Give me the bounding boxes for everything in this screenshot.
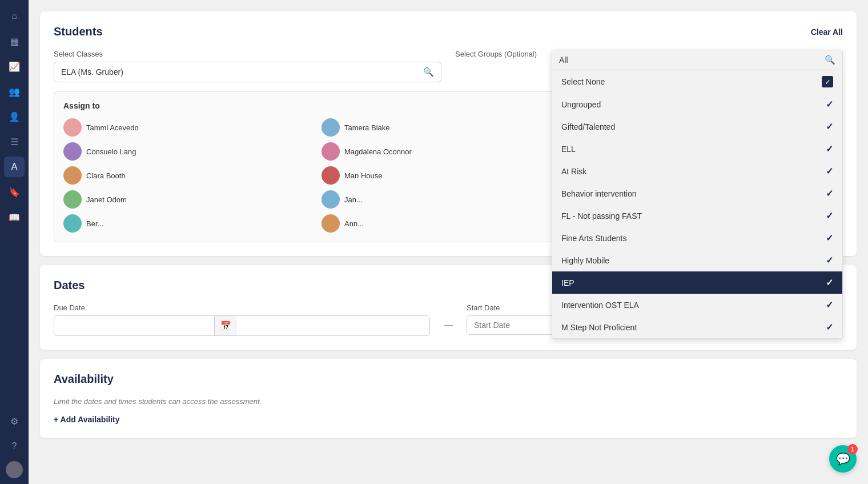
avatar-janet [63,190,82,209]
students-title: Students [54,25,103,38]
student-name-tamera: Tamera Blake [344,123,389,132]
due-date-input-wrap: 📅 [54,315,430,336]
behavior-check-icon: ✓ [826,188,833,199]
student-tamera[interactable]: Tamera Blake [322,118,575,137]
student-name-tammi: Tammi Acevedo [86,123,139,132]
settings-icon[interactable]: ⚙ [4,411,25,431]
group-item-fl-fast[interactable]: FL - Not passing FAST ✓ [552,205,842,227]
gifted-check-icon: ✓ [826,121,833,132]
avatar-ber [63,214,82,233]
select-none-checkbox: ✓ [822,76,833,87]
chart-icon[interactable]: 📈 [4,56,25,77]
due-date-input[interactable] [54,317,214,335]
student-jane[interactable]: Jan... [322,190,575,209]
user-avatar[interactable] [6,461,23,478]
student-ber[interactable]: Ber... [63,214,317,233]
student-magdalena[interactable]: Magdalena Oconnor [322,142,575,161]
group-item-gifted[interactable]: Gifted/Talented ✓ [552,115,842,138]
intervention-ost-check-icon: ✓ [826,299,833,310]
availability-title: Availability [54,373,114,386]
list-icon[interactable]: ☰ [4,131,25,152]
avatar-tamera [322,118,340,137]
group-item-m-step[interactable]: M Step Not Proficient ✓ [552,316,842,338]
group-item-iep[interactable]: IEP ✓ [552,271,842,294]
fine-arts-check-icon: ✓ [826,233,833,243]
group-item-behavior[interactable]: Behavior intervention ✓ [552,182,842,205]
group-item-fl-fast-label: FL - Not passing FAST [561,211,642,221]
group-item-ungrouped-label: Ungrouped [561,100,601,109]
group-item-intervention-ost-label: Intervention OST ELA [561,301,639,310]
fl-fast-check-icon: ✓ [826,210,833,221]
student-man-house[interactable]: Man House [322,166,575,185]
student-name-jane: Jan... [344,195,363,204]
bookmark-icon[interactable]: 🔖 [4,182,25,202]
group-item-at-risk-label: At Risk [561,167,586,176]
student-tammi[interactable]: Tammi Acevedo [63,118,317,137]
chat-badge: 1 [847,444,858,454]
add-availability-button[interactable]: + Add Availability [54,415,120,424]
avatar-ann [322,214,340,233]
select-groups-col: Select Groups (Optional) 🔍 Select None ✓… [455,50,843,82]
groups-search-input[interactable] [559,55,820,65]
student-clara[interactable]: Clara Booth [63,166,317,185]
availability-card-header: Availability [54,373,843,386]
main-content: Students Clear All Select Classes 🔍 Sele… [29,0,868,484]
student-janet[interactable]: Janet Odom [63,190,317,209]
groups-search-icon: 🔍 [825,55,835,65]
group-item-gifted-label: Gifted/Talented [561,122,615,131]
dashboard-icon[interactable]: ▦ [4,31,25,51]
group-item-select-none-label: Select None [561,77,605,86]
group-item-fine-arts[interactable]: Fine Arts Students ✓ [552,227,842,249]
due-date-col: Due Date 📅 [54,303,430,336]
ungrouped-check-icon: ✓ [826,99,833,110]
person-icon[interactable]: 👤 [4,106,25,127]
group-item-at-risk[interactable]: At Risk ✓ [552,160,842,182]
group-item-ell[interactable]: ELL ✓ [552,138,842,160]
home-icon[interactable]: ⌂ [4,6,25,26]
avatar-jane [322,190,340,209]
group-item-intervention-ost[interactable]: Intervention OST ELA ✓ [552,294,842,316]
group-item-fine-arts-label: Fine Arts Students [561,234,626,243]
select-classes-input[interactable] [61,67,419,77]
chat-icon: 💬 [836,452,850,466]
groups-dropdown: 🔍 Select None ✓ Ungrouped ✓ Gifted/Talen… [552,50,843,339]
book-icon[interactable]: 📖 [4,207,25,227]
students-card: Students Clear All Select Classes 🔍 Sele… [40,11,857,256]
group-item-select-none[interactable]: Select None ✓ [552,70,842,93]
chat-bubble[interactable]: 💬 1 [829,445,857,473]
help-icon[interactable]: ? [4,436,25,457]
select-classes-label: Select Classes [54,50,441,58]
select-classes-box[interactable]: 🔍 [54,62,441,82]
group-item-iep-label: IEP [561,278,574,287]
student-name-janet: Janet Odom [86,195,127,204]
group-item-m-step-label: M Step Not Proficient [561,323,637,332]
date-separator: — [444,303,453,336]
group-item-ungrouped[interactable]: Ungrouped ✓ [552,93,842,115]
avatar-man-house [322,166,340,185]
student-consuelo[interactable]: Consuelo Lang [63,142,317,161]
student-ann[interactable]: Ann... [322,214,575,233]
avatar-consuelo [63,142,82,161]
avatar-clara [63,166,82,185]
avatar-tammi [63,118,82,137]
group-item-highly-mobile[interactable]: Highly Mobile ✓ [552,249,842,271]
group-item-highly-mobile-label: Highly Mobile [561,256,609,265]
at-risk-check-icon: ✓ [826,166,833,177]
student-name-magdalena: Magdalena Oconnor [344,147,412,156]
clear-all-button[interactable]: Clear All [811,27,843,37]
assignment-icon[interactable]: A [4,157,25,177]
availability-description: Limit the dates and times students can a… [54,397,843,406]
select-row: Select Classes 🔍 Select Groups (Optional… [54,50,843,82]
student-name-consuelo: Consuelo Lang [86,147,136,156]
iep-check-icon: ✓ [826,277,833,288]
group-icon[interactable]: 👥 [4,81,25,102]
due-date-calendar-icon[interactable]: 📅 [214,316,237,335]
select-classes-col: Select Classes 🔍 [54,50,441,82]
dates-title: Dates [54,279,85,292]
search-classes-icon[interactable]: 🔍 [423,67,434,77]
student-name-ann: Ann... [344,219,364,228]
ell-check-icon: ✓ [826,143,833,154]
students-card-header: Students Clear All [54,25,843,38]
highly-mobile-check-icon: ✓ [826,255,833,266]
availability-card: Availability Limit the dates and times s… [40,359,857,438]
